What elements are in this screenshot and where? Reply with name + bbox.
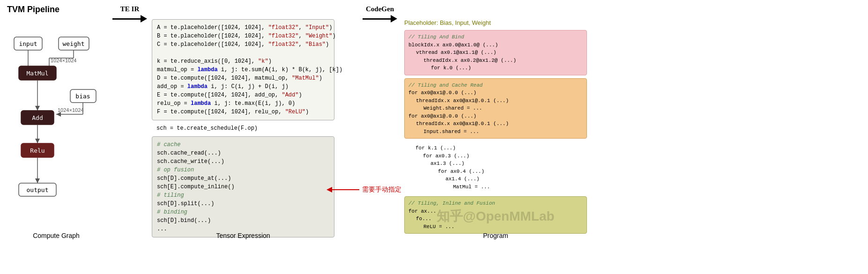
te-code-line-2: B = te.placeholder([1024, 1024], "float3… [157,32,329,40]
arrow-head [141,15,147,22]
sch-comment-2: # op fusion [157,166,329,174]
mid-line-1: for k.1 (...) [415,144,583,152]
sch-comment-3: # tiling [157,191,329,200]
middle-lines: for k.1 (...) for ax0.3 (...) ax1.3 (...… [404,141,587,193]
tensor-expression: A = te.placeholder([1024, 1024], "float3… [152,19,334,239]
cg-svg: input weight 1024×1024 MatMul [9,24,103,225]
prog-line-4: for k.0 (...) [431,64,583,72]
prog-line-13: ReLU = ... [423,223,583,231]
mid-line-5: ax1.4 (...) [445,175,583,183]
placeholder-line: Placeholder: Bias, Input, Weight [404,19,587,26]
mid-line-4: for ax0.4 (...) [438,168,583,176]
prog-line-1: blockIdx.x ax0.0@ax1.0@ (...) [408,41,583,49]
tensor-expr-label: Tensor Expression [216,232,270,239]
program-section: Placeholder: Bias, Input, Weight // Tili… [404,19,587,239]
te-upper-code: A = te.placeholder([1024, 1024], "float3… [152,19,334,120]
prog-line-6: threadIdx.x ax0@ax1@.0.1 (...) [416,97,583,105]
prog-line-3: threadIdx.x ax0.2@ax1.2@ (...) [423,57,583,65]
prog-line-11: for ax... [408,207,583,215]
svg-text:Relu: Relu [30,147,45,154]
sch-line-1: sch.cache_read(...) [157,149,329,157]
compute-graph-label: Compute Graph [33,232,80,239]
te-code-line-8: E = te.compute([1024, 1024], add_op, "Ad… [157,91,329,99]
te-code-line-7: add_op = lambda i, j: C(i, j) + D(i, j) [157,82,329,91]
codegen-shaft [363,18,391,20]
prog-line-12: fo... [416,215,583,223]
svg-text:Add: Add [32,114,43,121]
content-area: input weight 1024×1024 MatMul [0,17,868,274]
compute-graph: input weight 1024×1024 MatMul [5,19,108,239]
sch-line-4: sch[E].compute_inline() [157,183,329,191]
program-label: Program [483,232,508,239]
tiling-bind-block: // Tiling And Bind blockIdx.x ax0.0@ax1.… [404,30,587,75]
tiling-bind-comment: // Tiling And Bind [408,33,583,41]
svg-text:input: input [19,40,37,47]
codegen-label: CodeGen [366,5,394,13]
red-line [331,189,359,190]
svg-text:MatMul: MatMul [27,70,49,77]
te-code-line-9: relu_op = lambda i, j: te.max(E(i, j), 0… [157,99,329,108]
cache-comment: // Tiling and Cache Read [408,81,583,89]
sch-line-3: sch[D].compute_at(...) [157,174,329,183]
sch-line-2: sch.cache_write(...) [157,157,329,166]
sch-line-6: sch[D].bind(...) [157,216,329,225]
prog-line-7: Weight.shared = ... [423,104,583,112]
mid-line-3: ax1.3 (...) [430,160,583,168]
svg-marker-14 [35,106,40,111]
svg-marker-26 [35,178,40,183]
arrow-shaft [112,18,141,20]
te-code-line-1: A = te.placeholder([1024, 1024], "float3… [157,23,329,32]
prog-line-10: Input.shared = ... [423,128,583,136]
te-ir-arrow: TE IR [108,5,152,22]
te-code-line-5: matmul_op = lambda i, j: te.sum(A(i, k) … [157,66,329,74]
sch-comment-1: # cache [157,141,329,149]
svg-text:weight: weight [63,40,85,47]
tiling-cache-block: // Tiling and Cache Read for ax0@ax1@.0.… [404,78,587,139]
svg-marker-22 [35,139,40,143]
mid-line-6: MatMul = ... [453,183,583,191]
codegen-arrowhead [391,15,397,22]
prog-line-8: for ax0@ax1@.0.0 (...) [408,112,583,120]
sch-line-5: sch[D].split(...) [157,200,329,208]
te-code-line-6: D = te.compute([1024, 1024], matmul_op, … [157,74,329,82]
cg-diagram: input weight 1024×1024 MatMul [9,24,103,225]
te-ir-arrow-line [112,15,147,22]
te-code-line-10: F = te.compute([1024, 1024], relu_op, "R… [157,108,329,116]
tiling-inline-block: // Tiling, Inline and Fusion for ax... f… [404,196,587,234]
schedule-code: # cache sch.cache_read(...) sch.cache_wr… [152,136,334,237]
svg-text:1024×1024: 1024×1024 [51,58,76,63]
schedule-wrapper: # cache sch.cache_read(...) sch.cache_wr… [152,136,334,237]
svg-text:output: output [27,186,49,193]
codegen-arrow: CodeGen [358,5,402,22]
sch-comment-4: # binding [157,208,329,216]
te-code-blank1 [157,49,329,57]
create-schedule-line: sch = te.create_schedule(F.op) [152,124,334,133]
inline-comment: // Tiling, Inline and Fusion [408,200,583,207]
te-code-line-4: k = te.reduce_axis([0, 1024], "k") [157,57,329,66]
red-arrowhead [326,187,332,193]
prog-line-2: vthread ax0.1@ax1.1@ (...) [416,49,583,57]
te-ir-label: TE IR [120,5,139,13]
prog-line-5: for ax0@ax1@.0.0 (...) [408,89,583,97]
main-container: TVM Pipeline input weight [0,0,868,274]
prog-line-9: threadIdx.x ax0@ax1@.0.1 (...) [416,120,583,128]
mid-line-2: for ax0.3 (...) [423,152,583,160]
te-code-line-3: C = te.placeholder([1024, 1024], "float3… [157,40,329,49]
codegen-arrow-line [363,15,397,22]
svg-text:1024×1024: 1024×1024 [58,107,83,113]
svg-text:bias: bias [75,93,90,100]
